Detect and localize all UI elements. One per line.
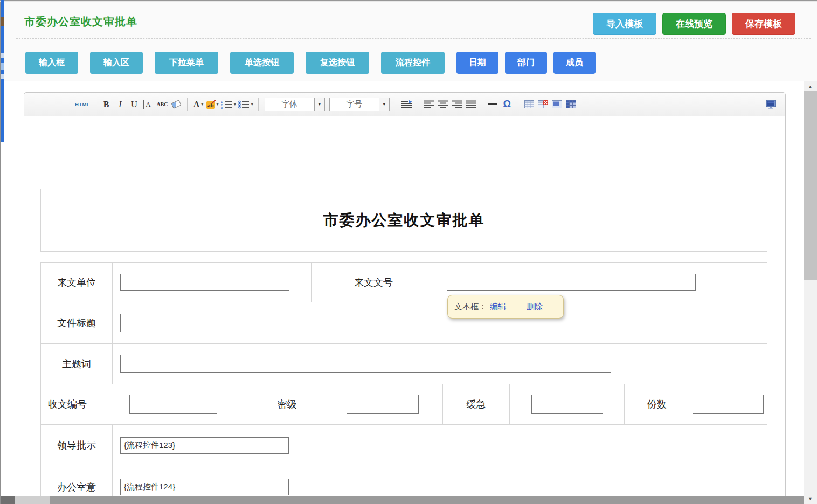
font-size-label: 字号 bbox=[330, 98, 379, 111]
fullscreen-button[interactable] bbox=[765, 98, 777, 112]
side-panel-fragment bbox=[1, 53, 4, 58]
document-number-input[interactable] bbox=[447, 274, 696, 291]
editor-canvas[interactable]: 市委办公室收文审批单 来文单位 来文文号 文件标题 bbox=[24, 116, 785, 503]
strikethrough-icon[interactable]: ABC bbox=[156, 98, 168, 112]
boxed-text-icon[interactable]: A bbox=[143, 100, 153, 109]
field-label-file-title: 文件标题 bbox=[41, 302, 112, 343]
delete-link[interactable]: 删除 bbox=[527, 302, 543, 312]
field-label-urgency: 缓急 bbox=[442, 384, 509, 424]
source-unit-input[interactable] bbox=[120, 274, 289, 291]
table-cell bbox=[112, 344, 767, 384]
toolbar-separator bbox=[418, 98, 418, 111]
field-label-secrecy-level: 密级 bbox=[252, 384, 322, 424]
table-cell bbox=[322, 384, 442, 424]
leader-comments-input[interactable] bbox=[120, 437, 289, 454]
chevron-down-icon: ▾ bbox=[201, 102, 203, 107]
align-right-button[interactable] bbox=[451, 98, 463, 112]
widget-input-box-button[interactable]: 输入框 bbox=[25, 52, 78, 74]
unordered-list-button[interactable]: ▾ bbox=[238, 98, 253, 112]
chevron-down-icon: ▾ bbox=[314, 98, 324, 111]
field-label-document-number: 来文文号 bbox=[311, 263, 435, 302]
align-justify-button[interactable] bbox=[465, 98, 477, 112]
bottom-window-edge-bar bbox=[50, 496, 804, 504]
delete-table-button[interactable] bbox=[537, 98, 549, 112]
table-cell bbox=[112, 425, 767, 466]
font-family-select[interactable]: 字体 ▾ bbox=[265, 98, 325, 111]
side-panel-fragment bbox=[1, 74, 4, 79]
form-table: 来文单位 来文文号 文件标题 主题词 bbox=[40, 262, 767, 503]
widget-dropdown-button[interactable]: 下拉菜单 bbox=[155, 52, 218, 74]
align-center-button[interactable] bbox=[437, 98, 449, 112]
table-row: 来文单位 来文文号 bbox=[41, 263, 767, 302]
font-color-icon: A bbox=[193, 100, 200, 109]
unordered-list-icon bbox=[238, 100, 250, 109]
widget-radio-button[interactable]: 单选按钮 bbox=[230, 52, 294, 74]
align-right-icon bbox=[452, 100, 462, 108]
table-cell-icon bbox=[552, 100, 562, 108]
document-title: 市委办公室收文审批单 bbox=[323, 210, 485, 231]
widget-department-button[interactable]: 部门 bbox=[505, 52, 547, 74]
table-cell bbox=[689, 384, 767, 424]
widget-textarea-button[interactable]: 输入区 bbox=[90, 52, 143, 74]
horizontal-rule-button[interactable] bbox=[487, 98, 499, 112]
font-color-button[interactable]: A ▾ bbox=[192, 98, 204, 112]
tooltip-label: 文本框： bbox=[454, 302, 487, 312]
remove-format-button[interactable] bbox=[170, 98, 182, 112]
field-label-subject-words: 主题词 bbox=[41, 344, 112, 384]
align-left-button[interactable] bbox=[423, 98, 435, 112]
table-cell bbox=[509, 384, 624, 424]
font-size-select[interactable]: 字号 ▾ bbox=[329, 98, 390, 111]
fullscreen-monitor-icon bbox=[765, 100, 777, 109]
indent-button[interactable] bbox=[401, 98, 413, 112]
online-preview-button[interactable]: 在线预览 bbox=[662, 13, 726, 35]
table-cell bbox=[112, 302, 767, 343]
widget-button-row: 输入框 输入区 下拉菜单 单选按钮 复选按钮 流程控件 日期 部门 成员 bbox=[25, 52, 602, 74]
widget-member-button[interactable]: 成员 bbox=[553, 52, 596, 74]
subject-words-input[interactable] bbox=[120, 355, 611, 373]
header-actions: 导入模板 在线预览 保存模板 bbox=[593, 13, 795, 35]
table-properties-icon bbox=[566, 100, 576, 108]
html-source-icon[interactable]: HTML bbox=[75, 98, 90, 112]
field-label-leader-comments: 领导批示 bbox=[41, 425, 112, 466]
toolbar-separator bbox=[187, 98, 188, 111]
align-center-icon bbox=[438, 100, 448, 108]
scroll-down-icon[interactable]: ▼ bbox=[804, 494, 817, 503]
table-row: 收文编号 密级 缓急 份数 bbox=[41, 384, 767, 424]
receipt-number-input[interactable] bbox=[129, 395, 217, 414]
widget-checkbox-button[interactable]: 复选按钮 bbox=[306, 52, 369, 74]
bold-icon[interactable]: B bbox=[100, 98, 112, 112]
svg-text:3: 3 bbox=[221, 106, 223, 109]
align-justify-icon bbox=[466, 100, 476, 108]
font-family-label: 字体 bbox=[265, 98, 314, 111]
import-template-button[interactable]: 导入模板 bbox=[593, 13, 656, 35]
scrollbar-thumb[interactable] bbox=[804, 91, 817, 280]
textbox-context-tooltip: 文本框： 编辑 删除 bbox=[447, 295, 564, 319]
highlight-color-button[interactable]: ab ▾ bbox=[206, 98, 219, 112]
vertical-scrollbar[interactable]: ▲ ▼ bbox=[804, 81, 817, 504]
field-label-source-unit: 来文单位 bbox=[41, 263, 112, 302]
side-panel-fragment bbox=[1, 63, 4, 70]
widget-date-button[interactable]: 日期 bbox=[456, 52, 498, 74]
bottom-window-edge-left bbox=[0, 496, 15, 504]
table-cell bbox=[94, 384, 252, 424]
copies-input[interactable] bbox=[693, 395, 764, 414]
ordered-list-button[interactable]: 1 2 3 ▾ bbox=[221, 98, 236, 112]
table-properties-button[interactable] bbox=[565, 98, 577, 112]
special-char-icon[interactable]: Ω bbox=[501, 98, 513, 112]
scroll-up-icon[interactable]: ▲ bbox=[804, 82, 817, 91]
bottom-window-edge-gap bbox=[15, 496, 50, 504]
office-opinion-input[interactable] bbox=[120, 479, 289, 495]
side-panel-fragment bbox=[1, 17, 4, 26]
secrecy-level-input[interactable] bbox=[347, 395, 419, 414]
urgency-input[interactable] bbox=[531, 395, 603, 414]
edit-link[interactable]: 编辑 bbox=[490, 302, 506, 312]
save-template-button[interactable]: 保存模板 bbox=[732, 13, 795, 35]
window-top-edge bbox=[0, 0, 817, 2]
table-cell-button[interactable] bbox=[551, 98, 563, 112]
widget-flow-control-button[interactable]: 流程控件 bbox=[381, 52, 445, 74]
dotted-divider bbox=[16, 38, 811, 39]
insert-table-button[interactable] bbox=[523, 98, 535, 112]
ordered-list-icon: 1 2 3 bbox=[221, 100, 232, 109]
italic-icon[interactable]: I bbox=[114, 98, 126, 112]
underline-icon[interactable]: U bbox=[128, 98, 140, 112]
